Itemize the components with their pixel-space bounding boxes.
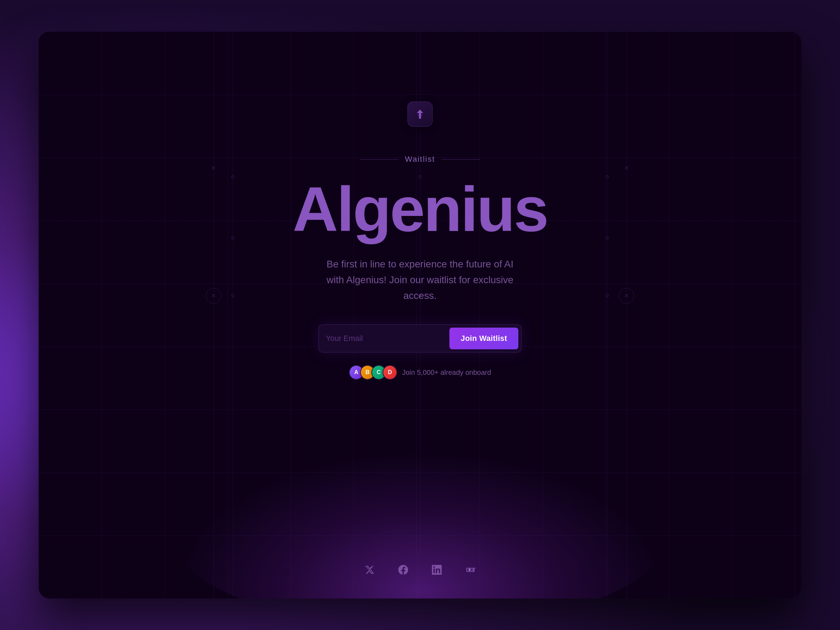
svg-point-0: [469, 569, 471, 571]
social-proof: A B C D Join 5,000+ already onboard: [349, 365, 491, 380]
twitter-x-icon[interactable]: [362, 562, 377, 578]
waitlist-label: Waitlist: [405, 155, 435, 164]
bottom-bar: [362, 562, 478, 578]
laptop-frame: × × × × Wa: [38, 32, 802, 598]
logo-icon: [407, 101, 433, 127]
waitlist-line-right: [441, 159, 480, 159]
screen: × × × × Wa: [38, 32, 802, 598]
main-content: Waitlist Algenius Be first in line to ex…: [38, 32, 802, 598]
join-waitlist-button[interactable]: Join Waitlist: [449, 328, 518, 349]
medium-icon[interactable]: [463, 562, 478, 578]
facebook-icon[interactable]: [395, 562, 411, 578]
social-proof-text: Join 5,000+ already onboard: [402, 369, 491, 377]
subtitle: Be first in line to experience the futur…: [322, 257, 518, 303]
email-form: Join Waitlist: [319, 324, 521, 352]
logo-svg: [413, 107, 427, 121]
linkedin-icon[interactable]: [429, 562, 445, 578]
avatar-group: A B C D: [349, 365, 397, 380]
waitlist-label-row: Waitlist: [360, 155, 480, 164]
main-heading: Algenius: [293, 178, 547, 241]
avatar-4: D: [382, 365, 397, 380]
waitlist-line-left: [360, 159, 399, 159]
email-input[interactable]: [326, 330, 449, 346]
